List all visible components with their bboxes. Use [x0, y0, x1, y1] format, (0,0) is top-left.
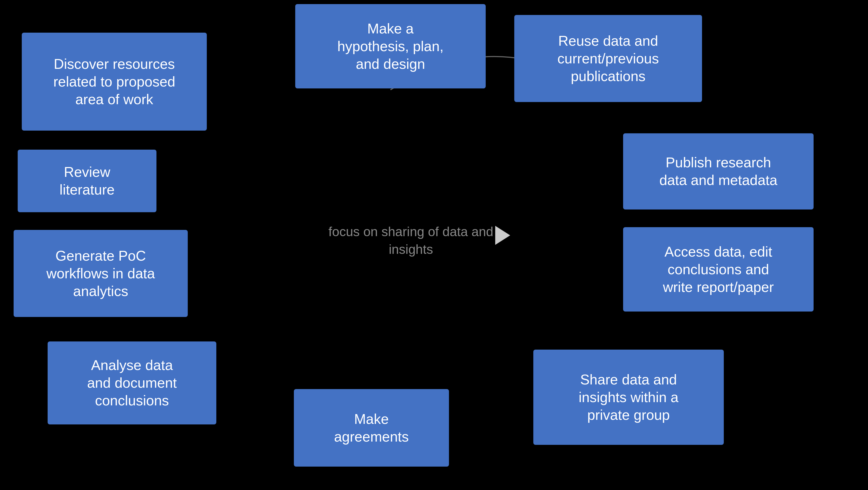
center-label: focus on sharing of data and insights: [316, 223, 506, 258]
node-agreements: Makeagreements: [294, 389, 449, 467]
node-discover: Discover resourcesrelated to proposedare…: [22, 33, 207, 131]
node-access-data: Access data, editconclusions andwrite re…: [623, 227, 813, 311]
node-generate-poc: Generate PoCworkflows in dataanalytics: [13, 230, 188, 317]
node-review: Reviewliterature: [18, 150, 156, 212]
node-reuse-data: Reuse data andcurrent/previouspublicatio…: [514, 15, 702, 102]
node-analyse: Analyse dataand documentconclusions: [48, 341, 216, 424]
node-publish: Publish researchdata and metadata: [623, 133, 813, 210]
node-hypothesis: Make ahypothesis, plan,and design: [295, 4, 486, 88]
node-share: Share data andinsights within aprivate g…: [533, 349, 724, 445]
